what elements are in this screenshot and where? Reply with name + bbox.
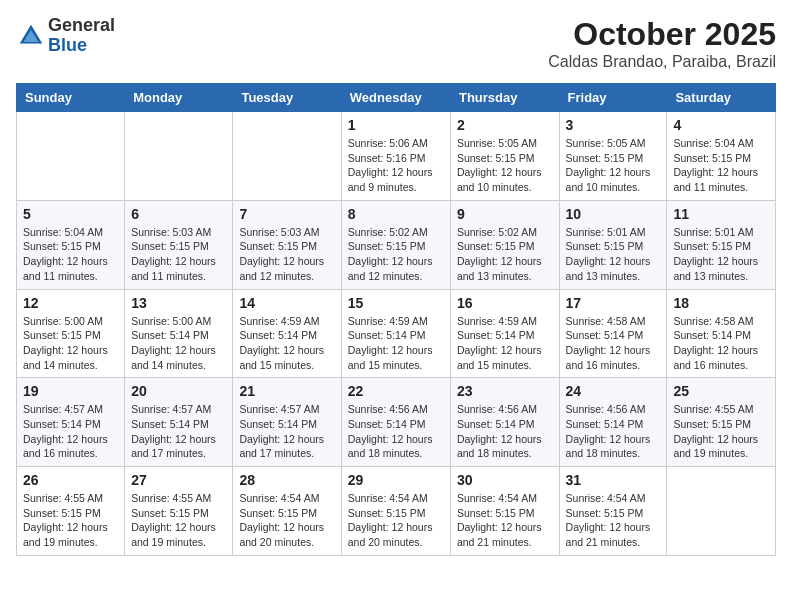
weekday-header: Monday [125,84,233,112]
day-info: Sunrise: 4:55 AMSunset: 5:15 PMDaylight:… [23,491,118,550]
day-info: Sunrise: 4:57 AMSunset: 5:14 PMDaylight:… [239,402,334,461]
calendar-cell: 18Sunrise: 4:58 AMSunset: 5:14 PMDayligh… [667,289,776,378]
day-info: Sunrise: 4:54 AMSunset: 5:15 PMDaylight:… [566,491,661,550]
calendar-body: 1Sunrise: 5:06 AMSunset: 5:16 PMDaylight… [17,112,776,556]
day-info: Sunrise: 4:59 AMSunset: 5:14 PMDaylight:… [457,314,553,373]
day-number: 20 [131,383,226,399]
calendar-cell: 15Sunrise: 4:59 AMSunset: 5:14 PMDayligh… [341,289,450,378]
logo-icon [16,21,46,51]
day-number: 16 [457,295,553,311]
calendar-cell: 2Sunrise: 5:05 AMSunset: 5:15 PMDaylight… [450,112,559,201]
calendar-cell: 21Sunrise: 4:57 AMSunset: 5:14 PMDayligh… [233,378,341,467]
day-number: 26 [23,472,118,488]
day-info: Sunrise: 4:59 AMSunset: 5:14 PMDaylight:… [239,314,334,373]
month-title: October 2025 [548,16,776,53]
day-number: 21 [239,383,334,399]
calendar-header: SundayMondayTuesdayWednesdayThursdayFrid… [17,84,776,112]
day-info: Sunrise: 4:56 AMSunset: 5:14 PMDaylight:… [348,402,444,461]
logo-blue: Blue [48,36,115,56]
weekday-header: Saturday [667,84,776,112]
calendar-cell: 7Sunrise: 5:03 AMSunset: 5:15 PMDaylight… [233,200,341,289]
day-number: 9 [457,206,553,222]
weekday-header: Wednesday [341,84,450,112]
day-info: Sunrise: 4:59 AMSunset: 5:14 PMDaylight:… [348,314,444,373]
day-number: 25 [673,383,769,399]
calendar-week: 1Sunrise: 5:06 AMSunset: 5:16 PMDaylight… [17,112,776,201]
calendar-cell: 9Sunrise: 5:02 AMSunset: 5:15 PMDaylight… [450,200,559,289]
calendar-cell: 20Sunrise: 4:57 AMSunset: 5:14 PMDayligh… [125,378,233,467]
day-number: 18 [673,295,769,311]
day-info: Sunrise: 4:54 AMSunset: 5:15 PMDaylight:… [348,491,444,550]
weekday-header: Thursday [450,84,559,112]
day-number: 24 [566,383,661,399]
day-info: Sunrise: 5:04 AMSunset: 5:15 PMDaylight:… [23,225,118,284]
day-number: 5 [23,206,118,222]
day-info: Sunrise: 4:58 AMSunset: 5:14 PMDaylight:… [566,314,661,373]
day-number: 3 [566,117,661,133]
calendar-cell: 16Sunrise: 4:59 AMSunset: 5:14 PMDayligh… [450,289,559,378]
logo-general: General [48,16,115,36]
calendar-cell: 6Sunrise: 5:03 AMSunset: 5:15 PMDaylight… [125,200,233,289]
title-section: October 2025 Caldas Brandao, Paraiba, Br… [548,16,776,71]
calendar-cell: 8Sunrise: 5:02 AMSunset: 5:15 PMDaylight… [341,200,450,289]
day-info: Sunrise: 5:01 AMSunset: 5:15 PMDaylight:… [566,225,661,284]
calendar-cell: 31Sunrise: 4:54 AMSunset: 5:15 PMDayligh… [559,467,667,556]
day-info: Sunrise: 5:01 AMSunset: 5:15 PMDaylight:… [673,225,769,284]
calendar-cell: 12Sunrise: 5:00 AMSunset: 5:15 PMDayligh… [17,289,125,378]
calendar-cell: 5Sunrise: 5:04 AMSunset: 5:15 PMDaylight… [17,200,125,289]
day-info: Sunrise: 4:55 AMSunset: 5:15 PMDaylight:… [131,491,226,550]
day-info: Sunrise: 4:57 AMSunset: 5:14 PMDaylight:… [131,402,226,461]
calendar-cell: 23Sunrise: 4:56 AMSunset: 5:14 PMDayligh… [450,378,559,467]
day-info: Sunrise: 5:05 AMSunset: 5:15 PMDaylight:… [566,136,661,195]
day-info: Sunrise: 4:54 AMSunset: 5:15 PMDaylight:… [457,491,553,550]
calendar-cell: 19Sunrise: 4:57 AMSunset: 5:14 PMDayligh… [17,378,125,467]
day-number: 28 [239,472,334,488]
day-number: 15 [348,295,444,311]
day-info: Sunrise: 4:54 AMSunset: 5:15 PMDaylight:… [239,491,334,550]
calendar-cell: 27Sunrise: 4:55 AMSunset: 5:15 PMDayligh… [125,467,233,556]
calendar-cell: 13Sunrise: 5:00 AMSunset: 5:14 PMDayligh… [125,289,233,378]
calendar-cell: 14Sunrise: 4:59 AMSunset: 5:14 PMDayligh… [233,289,341,378]
calendar-cell [125,112,233,201]
day-number: 19 [23,383,118,399]
day-number: 2 [457,117,553,133]
day-info: Sunrise: 5:02 AMSunset: 5:15 PMDaylight:… [457,225,553,284]
calendar-cell [233,112,341,201]
weekday-header: Tuesday [233,84,341,112]
calendar-cell: 25Sunrise: 4:55 AMSunset: 5:15 PMDayligh… [667,378,776,467]
day-number: 31 [566,472,661,488]
day-info: Sunrise: 5:00 AMSunset: 5:14 PMDaylight:… [131,314,226,373]
calendar-cell: 26Sunrise: 4:55 AMSunset: 5:15 PMDayligh… [17,467,125,556]
calendar-cell: 24Sunrise: 4:56 AMSunset: 5:14 PMDayligh… [559,378,667,467]
calendar-cell: 10Sunrise: 5:01 AMSunset: 5:15 PMDayligh… [559,200,667,289]
calendar-week: 19Sunrise: 4:57 AMSunset: 5:14 PMDayligh… [17,378,776,467]
calendar-cell: 30Sunrise: 4:54 AMSunset: 5:15 PMDayligh… [450,467,559,556]
day-number: 27 [131,472,226,488]
day-number: 13 [131,295,226,311]
day-info: Sunrise: 4:56 AMSunset: 5:14 PMDaylight:… [566,402,661,461]
day-info: Sunrise: 5:02 AMSunset: 5:15 PMDaylight:… [348,225,444,284]
day-info: Sunrise: 4:56 AMSunset: 5:14 PMDaylight:… [457,402,553,461]
header-row: SundayMondayTuesdayWednesdayThursdayFrid… [17,84,776,112]
day-number: 30 [457,472,553,488]
day-info: Sunrise: 4:58 AMSunset: 5:14 PMDaylight:… [673,314,769,373]
day-number: 23 [457,383,553,399]
day-info: Sunrise: 5:05 AMSunset: 5:15 PMDaylight:… [457,136,553,195]
calendar-week: 12Sunrise: 5:00 AMSunset: 5:15 PMDayligh… [17,289,776,378]
weekday-header: Sunday [17,84,125,112]
calendar-cell [667,467,776,556]
day-number: 6 [131,206,226,222]
day-number: 8 [348,206,444,222]
calendar-cell [17,112,125,201]
calendar-week: 26Sunrise: 4:55 AMSunset: 5:15 PMDayligh… [17,467,776,556]
day-number: 11 [673,206,769,222]
day-info: Sunrise: 5:04 AMSunset: 5:15 PMDaylight:… [673,136,769,195]
calendar-cell: 22Sunrise: 4:56 AMSunset: 5:14 PMDayligh… [341,378,450,467]
day-number: 7 [239,206,334,222]
calendar-cell: 1Sunrise: 5:06 AMSunset: 5:16 PMDaylight… [341,112,450,201]
day-number: 10 [566,206,661,222]
location-title: Caldas Brandao, Paraiba, Brazil [548,53,776,71]
calendar-cell: 4Sunrise: 5:04 AMSunset: 5:15 PMDaylight… [667,112,776,201]
calendar-cell: 11Sunrise: 5:01 AMSunset: 5:15 PMDayligh… [667,200,776,289]
day-info: Sunrise: 4:57 AMSunset: 5:14 PMDaylight:… [23,402,118,461]
